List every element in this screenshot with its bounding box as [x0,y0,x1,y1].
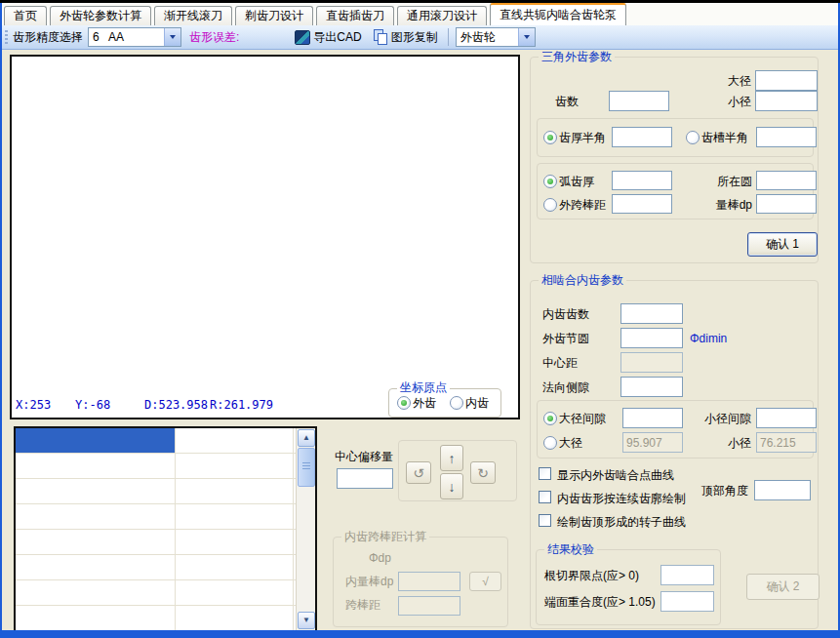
major-diameter-input[interactable] [755,70,818,91]
coord-x-readout: X:253 [16,398,51,412]
up-arrow-icon: ↑ [449,452,456,465]
continuous-profile-checkbox[interactable] [539,491,551,503]
arc-tooth-thickness-input[interactable] [612,171,672,190]
continuous-profile-label[interactable]: 内齿齿形按连续齿廓绘制 [557,492,686,505]
outer-pitch-circle-input[interactable] [620,328,683,348]
tooth-slot-half-angle-radio[interactable] [686,131,700,144]
tooth-slot-half-angle-label[interactable]: 齿槽半角 [701,131,748,144]
major-diameter-readout [622,432,683,453]
scrollbar-thumb[interactable] [298,448,315,487]
export-cad-icon [295,30,310,45]
tab-shaving-cutter[interactable]: 剃齿刀设计 [235,6,313,25]
minor-clearance-label: 小径间隙 [691,412,751,425]
origin-outer-radio[interactable] [397,396,411,410]
chevron-down-icon[interactable] [164,28,180,46]
toolbar-grip-handle[interactable] [5,30,8,45]
coord-y-readout: Y:-68 [75,398,110,412]
toolbar: 齿形精度选择 6 AA 齿形误差: 导出CAD 图形复制 外齿轮 [2,25,838,50]
column-divider [175,428,176,630]
span-distance-input[interactable] [398,596,460,616]
result-table[interactable]: ▲ ▼ [14,426,317,632]
chevron-down-icon[interactable] [518,28,535,46]
origin-inner-radio[interactable] [450,396,463,410]
inner-rod-input[interactable] [398,572,460,591]
confirm-2-button[interactable]: 确认 2 [746,574,820,600]
drawing-canvas[interactable]: X:253 Y:-68 D:523.958 R:261.979 坐标原点 外齿 … [10,55,520,419]
move-down-button[interactable]: ↓ [440,473,463,499]
outer-span-input[interactable] [612,194,672,214]
inner-teeth-count-input[interactable] [620,303,683,324]
tooth-slot-half-angle-input[interactable] [756,127,817,147]
inner-rod-label: 内量棒dp [345,575,393,588]
top-angle-label: 顶部角度 [692,484,748,498]
tab-universal-hob[interactable]: 通用滚刀设计 [397,6,487,25]
tab-conjugate-internal-gear-pump[interactable]: 直线共轭内啮合齿轮泵 [490,3,626,25]
rotate-ccw-button[interactable]: ↺ [406,461,431,484]
precision-combobox-value: 6 AA [89,30,164,44]
rotate-cw-button[interactable]: ↻ [470,461,496,484]
confirm-1-button[interactable]: 确认 1 [747,232,818,257]
top-angle-input[interactable] [754,480,811,500]
outer-span-radio[interactable] [543,198,557,212]
selected-cell[interactable] [16,428,175,453]
reference-circle-input[interactable] [756,171,817,190]
move-up-button[interactable]: ↑ [440,445,463,471]
vertical-scrollbar[interactable]: ▲ ▼ [296,428,315,630]
copy-graphic-button[interactable]: 图形复制 [371,28,441,47]
origin-inner-label[interactable]: 内齿 [465,396,489,410]
minor-clearance-input[interactable] [756,408,817,428]
inner-teeth-count-label: 内齿齿数 [542,307,589,321]
arc-tooth-thickness-label[interactable]: 弧齿厚 [559,175,594,188]
tooth-thickness-half-angle-radio[interactable] [543,131,557,144]
scroll-down-icon[interactable]: ▼ [298,612,315,629]
reference-circle-label: 所在圆 [696,175,752,188]
tooth-thickness-half-angle-input[interactable] [612,127,672,147]
export-cad-button[interactable]: 导出CAD [292,28,364,47]
gear-type-combobox-value: 外齿轮 [457,29,518,46]
gear-type-combobox[interactable]: 外齿轮 [456,27,536,47]
contact-ratio-input[interactable] [660,591,714,612]
precision-combobox[interactable]: 6 AA [88,27,181,47]
outer-gear-params-group: 三角外齿参数 大径 齿数 小径 齿厚半角 齿槽半角 弧齿厚 所在圆 外跨棒距 量… [530,57,819,263]
tab-home[interactable]: 首页 [4,6,47,25]
undercut-limit-input[interactable] [660,565,714,585]
span-distance-label: 跨棒距 [345,598,380,612]
arc-tooth-thickness-radio[interactable] [543,175,557,188]
table-rows [16,428,297,630]
center-offset-input[interactable] [337,468,393,489]
scroll-up-icon[interactable]: ▲ [298,429,315,447]
tab-involute-hob[interactable]: 渐开线滚刀 [154,6,232,25]
origin-outer-label[interactable]: 外齿 [413,396,436,410]
center-distance-input[interactable] [620,352,683,373]
undercut-limit-label: 根切界限点(应> 0) [544,569,639,582]
tab-spur-shaper-cutter[interactable]: 直齿插齿刀 [316,6,394,25]
rotor-curve-checkbox[interactable] [539,514,551,527]
result-check-group: 结果校验 根切界限点(应> 0) 端面重合度(应> 1.05) [536,549,721,625]
outer-span-label[interactable]: 外跨棒距 [559,198,606,212]
major-diameter-radio[interactable] [543,436,557,450]
normal-backlash-input[interactable] [620,377,683,397]
phi-dp-label: Φdp [369,551,391,565]
measuring-rod-input[interactable] [756,194,817,214]
copy-graphic-label: 图形复制 [391,29,438,46]
rotor-curve-label[interactable]: 绘制齿顶形成的转子曲线 [557,515,686,529]
teeth-count-label: 齿数 [555,95,579,108]
tab-bar: 首页 外齿轮参数计算 渐开线滚刀 剃齿刀设计 直齿插齿刀 通用滚刀设计 直线共轭… [2,3,838,25]
diameter-clearance-subgroup: 大径间隙 小径间隙 大径 小径 [537,400,814,459]
measuring-rod-label: 量棒dp [696,198,752,212]
major-clearance-input[interactable] [622,408,683,428]
center-distance-label: 中心距 [542,356,578,370]
major-clearance-radio[interactable] [543,412,557,425]
show-mesh-point-curve-checkbox[interactable] [539,467,551,480]
major-clearance-label[interactable]: 大径间隙 [559,412,606,425]
major-diameter-option-label[interactable]: 大径 [559,436,582,450]
show-mesh-point-curve-label[interactable]: 显示内外齿啮合点曲线 [557,468,674,482]
tooth-thickness-half-angle-label[interactable]: 齿厚半角 [559,131,606,144]
inner-gear-params-title: 相啮合内齿参数 [539,273,626,287]
tab-external-gear-calc[interactable]: 外齿轮参数计算 [50,6,151,25]
window-left-edge [0,3,2,638]
span-calc-button[interactable]: √ [469,572,501,591]
minor-diameter-input[interactable] [755,91,818,111]
teeth-count-input[interactable] [609,91,669,111]
contact-ratio-label: 端面重合度(应> 1.05) [544,595,656,609]
